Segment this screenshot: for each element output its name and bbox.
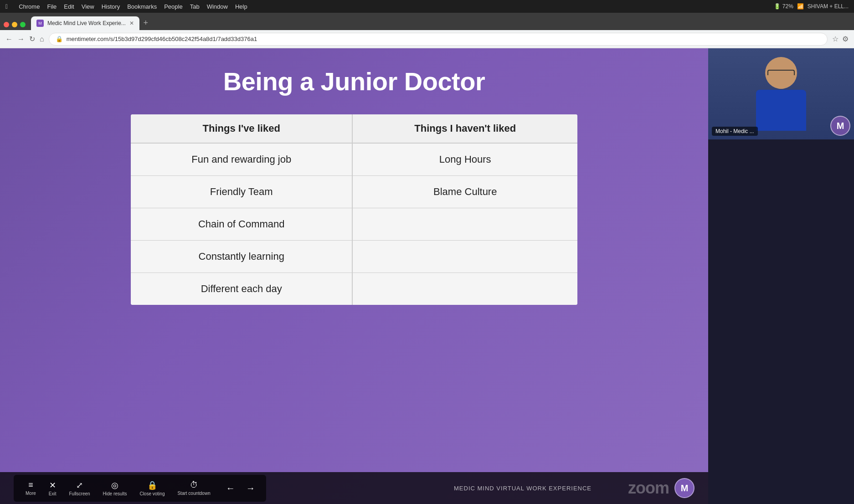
zoom-section: zoom M <box>628 478 695 498</box>
menu-people[interactable]: People <box>164 3 182 10</box>
zoom-logo: zoom <box>628 478 669 498</box>
liked-cell-2: Friendly Team <box>131 176 352 208</box>
video-avatar: M <box>830 116 850 136</box>
home-button[interactable]: ⌂ <box>40 35 44 43</box>
fullscreen-button[interactable]: ⤢ Fullscreen <box>64 478 94 498</box>
disliked-cell-3 <box>352 208 577 241</box>
url-bar[interactable]: 🔒 mentimeter.com/s/15b3d97d299cfd46cb508… <box>49 33 828 46</box>
refresh-button[interactable]: ↻ <box>29 35 35 43</box>
menu-edit[interactable]: Edit <box>64 3 74 10</box>
close-voting-icon: 🔒 <box>147 480 157 490</box>
traffic-lights <box>4 22 26 27</box>
maximize-window-button[interactable] <box>20 22 26 27</box>
bottom-text: MEDIC MIND VIRTUAL WORK EXPERIENCE <box>454 485 592 492</box>
countdown-icon: ⏱ <box>190 480 198 490</box>
comparison-table: Things I've liked Things I haven't liked… <box>131 114 577 305</box>
table-row: Friendly Team Blame Culture <box>131 176 577 208</box>
start-countdown-button[interactable]: ⏱ Start countdown <box>173 478 215 498</box>
more-button[interactable]: ≡ More <box>21 478 41 498</box>
tab-title: Medic Mind Live Work Experie... <box>47 20 126 26</box>
new-tab-button[interactable]: + <box>139 16 152 29</box>
table-row: Chain of Command <box>131 208 577 241</box>
menu-window[interactable]: Window <box>207 3 228 10</box>
menu-history[interactable]: History <box>102 3 120 10</box>
fullscreen-icon: ⤢ <box>76 480 83 490</box>
exit-button[interactable]: ✕ Exit <box>44 478 61 498</box>
bottom-right-section: MEDIC MIND VIRTUAL WORK EXPERIENCE zoom … <box>454 478 695 498</box>
chin <box>774 82 788 89</box>
liked-cell-5: Different each day <box>131 273 352 305</box>
fullscreen-label: Fullscreen <box>69 491 90 496</box>
slide-title: Being a Junior Doctor <box>223 67 485 96</box>
mac-status-bar: 🔋 72% 📶 SHIVAM + ELL... <box>774 3 849 10</box>
back-button[interactable]: ← <box>5 35 13 43</box>
toolbar-controls: ≡ More ✕ Exit ⤢ Fullscreen ◎ Hide result… <box>14 475 266 502</box>
table-row: Constantly learning <box>131 241 577 273</box>
col2-header: Things I haven't liked <box>352 114 577 143</box>
more-label: More <box>26 491 36 496</box>
hide-results-button[interactable]: ◎ Hide results <box>98 478 132 498</box>
menu-view[interactable]: View <box>82 3 94 10</box>
disliked-cell-5 <box>352 273 577 305</box>
menu-help[interactable]: Help <box>235 3 247 10</box>
disliked-cell-4 <box>352 241 577 273</box>
table-row: Fun and rewarding job Long Hours <box>131 143 577 176</box>
col1-header: Things I've liked <box>131 114 352 143</box>
close-voting-label: Close voting <box>139 491 165 496</box>
liked-cell-3: Chain of Command <box>131 208 352 241</box>
apple-icon[interactable]:  <box>5 3 8 10</box>
video-feed: Mohil - Medic ... M <box>708 48 854 139</box>
person-figure <box>756 57 806 131</box>
person-head <box>765 57 797 89</box>
wifi-icon: 📶 <box>797 3 804 10</box>
tab-close-button[interactable]: ✕ <box>129 20 134 26</box>
bookmark-icon[interactable]: ☆ <box>832 35 839 43</box>
liked-cell-4: Constantly learning <box>131 241 352 273</box>
menu-tab[interactable]: Tab <box>190 3 200 10</box>
chrome-frame: M Medic Mind Live Work Experie... ✕ + ← … <box>0 13 854 504</box>
tab-favicon: M <box>36 20 44 27</box>
video-rest-area <box>708 139 854 504</box>
tab-bar: M Medic Mind Live Work Experie... ✕ + <box>0 13 854 30</box>
more-icon: ≡ <box>28 480 33 490</box>
menu-chrome[interactable]: Chrome <box>19 3 40 10</box>
mac-menu: Chrome File Edit View History Bookmarks … <box>19 3 247 10</box>
close-voting-button[interactable]: 🔒 Close voting <box>135 478 169 498</box>
liked-cell-1: Fun and rewarding job <box>131 143 352 176</box>
presentation-slide: Being a Junior Doctor Things I've liked … <box>0 48 708 504</box>
extensions-icon[interactable]: ⚙ <box>842 35 849 43</box>
disliked-cell-2: Blame Culture <box>352 176 577 208</box>
person-body <box>756 90 806 131</box>
mac-menubar:  Chrome File Edit View History Bookmark… <box>0 0 854 13</box>
address-bar: ← → ↻ ⌂ 🔒 mentimeter.com/s/15b3d97d299cf… <box>0 30 854 48</box>
countdown-label: Start countdown <box>177 491 210 496</box>
next-slide-button[interactable]: → <box>242 481 259 495</box>
slide-navigation: ← → <box>222 481 259 495</box>
close-window-button[interactable] <box>4 22 9 27</box>
video-panel: Mohil - Medic ... M <box>708 48 854 504</box>
url-text: mentimeter.com/s/15b3d97d299cfd46cb508c2… <box>67 36 257 42</box>
table-row: Different each day <box>131 273 577 305</box>
hide-results-label: Hide results <box>103 491 127 496</box>
zoom-avatar: M <box>674 478 695 498</box>
forward-button[interactable]: → <box>17 35 25 43</box>
exit-label: Exit <box>49 491 57 496</box>
video-name-badge: Mohil - Medic ... <box>712 127 758 136</box>
exit-icon: ✕ <box>49 480 56 490</box>
minimize-window-button[interactable] <box>12 22 17 27</box>
hide-results-icon: ◎ <box>111 480 118 490</box>
menu-bookmarks[interactable]: Bookmarks <box>127 3 157 10</box>
prev-slide-button[interactable]: ← <box>222 481 239 495</box>
time-display: SHIVAM + ELL... <box>808 3 849 10</box>
bottom-toolbar: ≡ More ✕ Exit ⤢ Fullscreen ◎ Hide result… <box>0 472 708 504</box>
battery-icon: 🔋 72% <box>774 3 793 10</box>
glasses-icon <box>767 70 795 75</box>
browser-action-icons: ☆ ⚙ <box>832 35 849 43</box>
menu-file[interactable]: File <box>47 3 57 10</box>
disliked-cell-1: Long Hours <box>352 143 577 176</box>
lock-icon: 🔒 <box>56 36 63 42</box>
active-tab[interactable]: M Medic Mind Live Work Experie... ✕ <box>31 16 139 30</box>
content-area: Being a Junior Doctor Things I've liked … <box>0 48 854 504</box>
